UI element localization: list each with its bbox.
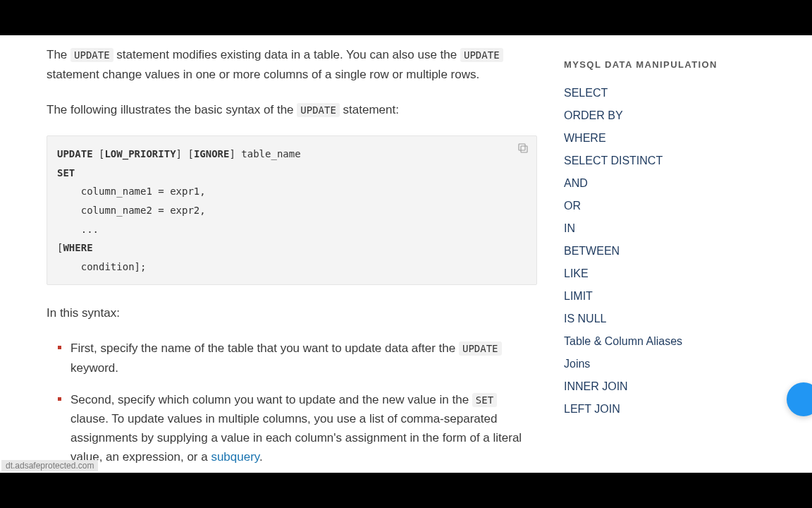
- keyword: UPDATE: [57, 148, 93, 159]
- sidebar-item-aliases[interactable]: Table & Column Aliases: [564, 335, 682, 347]
- code-line: column_name2 = expr2,: [57, 205, 206, 216]
- text: ] [: [176, 148, 194, 159]
- syntax-list: First, specify the name of the table tha…: [47, 339, 537, 466]
- code-line: ...: [57, 224, 99, 235]
- keyword: WHERE: [63, 242, 92, 253]
- sidebar-title: MYSQL DATA MANIPULATION: [564, 59, 733, 70]
- sidebar-item-select[interactable]: SELECT: [564, 87, 608, 99]
- text: [: [93, 148, 105, 159]
- list-item: First, specify the name of the table tha…: [62, 339, 537, 377]
- list-item: Second, specify which column you want to…: [62, 390, 537, 467]
- chat-widget-button[interactable]: [787, 382, 812, 416]
- article-column: The UPDATE statement modifies existing d…: [47, 45, 537, 473]
- text: Second, specify which column you want to…: [70, 393, 472, 406]
- text: .: [259, 450, 263, 464]
- syntax-label: In this syntax:: [47, 303, 537, 323]
- text: First, specify the name of the table tha…: [70, 341, 459, 355]
- sidebar-item-orderby[interactable]: ORDER BY: [564, 109, 623, 121]
- intro-paragraph-1: The UPDATE statement modifies existing d…: [47, 45, 537, 85]
- text: statement:: [340, 103, 399, 116]
- copy-icon[interactable]: [517, 142, 529, 155]
- sidebar-item-and[interactable]: AND: [564, 177, 588, 189]
- svg-rect-1: [519, 144, 525, 150]
- intro-paragraph-2: The following illustrates the basic synt…: [47, 100, 537, 120]
- sidebar-item-left-join[interactable]: LEFT JOIN: [564, 403, 620, 415]
- sidebar-item-where[interactable]: WHERE: [564, 132, 606, 144]
- subquery-link[interactable]: subquery: [211, 450, 259, 464]
- text: The following illustrates the basic synt…: [47, 103, 297, 116]
- bottom-black-bar: [0, 473, 812, 508]
- keyword: IGNORE: [194, 148, 230, 159]
- sql-code-block: UPDATE [LOW_PRIORITY] [IGNORE] table_nam…: [47, 135, 537, 285]
- keyword: LOW_PRIORITY: [104, 148, 176, 159]
- status-hover-url: dt.adsafeprotected.com: [1, 460, 98, 471]
- sidebar-item-limit[interactable]: LIMIT: [564, 290, 593, 302]
- inline-code: SET: [472, 393, 497, 407]
- sidebar-item-in[interactable]: IN: [564, 222, 575, 234]
- text: clause. To update values in multiple col…: [70, 412, 522, 464]
- sidebar-item-select-distinct[interactable]: SELECT DISTINCT: [564, 155, 663, 167]
- top-black-bar: [0, 0, 812, 35]
- text: statement change values in one or more c…: [47, 68, 479, 81]
- sidebar-item-isnull[interactable]: IS NULL: [564, 313, 606, 325]
- inline-code: UPDATE: [297, 103, 340, 117]
- sidebar-nav: MYSQL DATA MANIPULATION SELECT ORDER BY …: [564, 59, 733, 425]
- text: ] table_name: [229, 148, 300, 159]
- keyword: SET: [57, 167, 75, 179]
- sidebar-item-joins[interactable]: Joins: [564, 358, 590, 370]
- text: The: [47, 48, 70, 61]
- text: statement modifies existing data in a ta…: [113, 48, 460, 61]
- code-line: condition];: [57, 261, 146, 272]
- text: keyword.: [70, 361, 118, 375]
- sidebar-item-inner-join[interactable]: INNER JOIN: [564, 380, 628, 392]
- sidebar-item-between[interactable]: BETWEEN: [564, 245, 620, 257]
- sidebar-item-like[interactable]: LIKE: [564, 267, 589, 279]
- inline-code: UPDATE: [460, 48, 503, 62]
- content-area: The UPDATE statement modifies existing d…: [0, 35, 812, 473]
- inline-code: UPDATE: [459, 341, 502, 356]
- sidebar-list: SELECT ORDER BY WHERE SELECT DISTINCT AN…: [564, 87, 733, 416]
- code-line: column_name1 = expr1,: [57, 186, 206, 197]
- inline-code: UPDATE: [70, 48, 113, 62]
- sidebar-item-or[interactable]: OR: [564, 200, 581, 212]
- svg-rect-0: [521, 146, 527, 152]
